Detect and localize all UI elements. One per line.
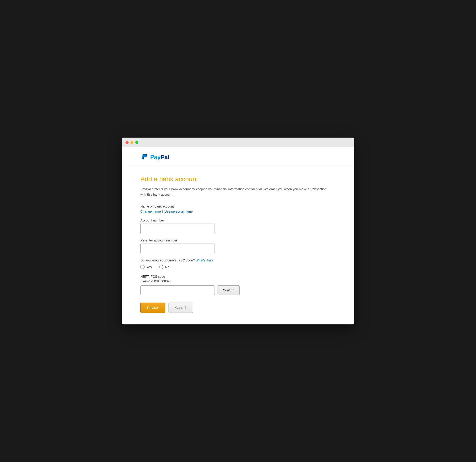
account-number-input[interactable] (140, 224, 215, 233)
change-name-link[interactable]: Change name (140, 210, 161, 213)
use-personal-name-link[interactable]: Use personal name (165, 210, 193, 213)
paypal-p-icon (140, 153, 149, 161)
account-number-label: Account number (140, 218, 336, 222)
confirm-button[interactable]: Confirm (218, 285, 240, 295)
name-label: Name on bank account (140, 204, 336, 208)
ifsc-group: Do you know your bank's IFSC code? What'… (140, 258, 336, 269)
ifsc-question-text: Do you know your bank's IFSC code? What'… (140, 258, 336, 262)
reenter-account-group: Re-enter account number (140, 238, 336, 253)
close-button[interactable] (126, 141, 128, 144)
paypal-logo-text: PayPal (150, 154, 169, 161)
neft-input[interactable] (140, 285, 215, 295)
yes-label-text: Yes (146, 265, 152, 269)
neft-example: Example ICIC000029 (140, 279, 336, 283)
page-description: PayPal protects your bank account by kee… (140, 187, 331, 197)
no-radio-label[interactable]: No (159, 265, 170, 269)
page-title: Add a bank account (140, 176, 336, 183)
neft-input-row: Confirm (140, 285, 336, 295)
page-header: PayPal (122, 147, 354, 167)
whats-this-link[interactable]: What's this? (196, 258, 213, 262)
neft-title: NEFT IFCS code (140, 275, 336, 278)
no-radio-input[interactable] (159, 265, 163, 269)
name-group: Name on bank account Change name | Use p… (140, 204, 336, 213)
link-separator: | (162, 210, 163, 213)
maximize-button[interactable] (135, 141, 138, 144)
action-buttons: Review Cancel (140, 302, 336, 313)
neft-section: NEFT IFCS code Example ICIC000029 Confir… (140, 275, 336, 295)
titlebar (122, 138, 354, 147)
main-window: PayPal Add a bank account PayPal protect… (122, 138, 354, 324)
ifsc-radio-group: Yes No (140, 265, 336, 269)
yes-radio-label[interactable]: Yes (140, 265, 152, 269)
yes-radio-input[interactable] (140, 265, 144, 269)
paypal-pay-text: Pay (150, 154, 161, 160)
account-number-group: Account number (140, 218, 336, 233)
page-content: PayPal Add a bank account PayPal protect… (122, 147, 354, 324)
paypal-pal-text: Pal (161, 154, 170, 160)
form-area: Add a bank account PayPal protects your … (122, 167, 354, 324)
paypal-logo: PayPal (140, 153, 336, 161)
cancel-button[interactable]: Cancel (169, 302, 193, 313)
minimize-button[interactable] (130, 141, 133, 144)
name-links: Change name | Use personal name (140, 210, 336, 213)
reenter-account-label: Re-enter account number (140, 238, 336, 242)
reenter-account-input[interactable] (140, 244, 215, 253)
review-button[interactable]: Review (140, 302, 165, 313)
no-label-text: No (165, 265, 170, 269)
